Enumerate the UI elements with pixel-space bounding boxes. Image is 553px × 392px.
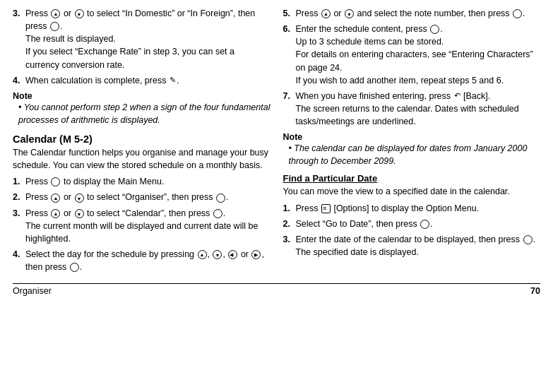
right-column: 5. Press or and select the note number, … — [283, 7, 541, 276]
down-arrow-icon-4 — [213, 250, 222, 259]
note-title-top: Note — [13, 91, 270, 101]
left-arrow-icon-4 — [228, 250, 237, 259]
up-arrow-icon — [51, 9, 60, 18]
calendar-intro: The Calendar function helps you organise… — [13, 146, 270, 172]
up-arrow-icon-r5 — [321, 9, 331, 18]
circle-icon-f2 — [420, 220, 429, 229]
calendar-steps-list: 1. Press to display the Main Menu. 2. Pr… — [13, 175, 270, 273]
circle-icon-r5 — [513, 9, 522, 18]
r-step-5: 5. Press or and select the note number, … — [283, 7, 541, 20]
circle-icon-3 — [213, 209, 222, 218]
options-icon-f1 — [321, 204, 331, 213]
down-arrow-icon-r5 — [345, 9, 354, 18]
right-arrow-icon-4 — [251, 250, 261, 259]
cal-step-2-body: Press or to select “Organiser”, then pre… — [25, 191, 270, 203]
step-3-body: Press or to select “In Domestic” or “In … — [25, 7, 270, 71]
down-arrow-icon-2 — [75, 194, 84, 203]
find-step-1-body: Press [Options] to display the Option Me… — [296, 202, 541, 215]
footer: Organiser 70 — [13, 283, 540, 296]
calendar-title: Calendar (M 5-2) — [13, 133, 270, 145]
find-title: Find a Particular Date — [283, 173, 541, 184]
circle-icon-2 — [216, 194, 225, 203]
find-step-1: 1. Press [Options] to display the Option… — [283, 202, 541, 215]
cal-step-3-num: 3. — [13, 207, 23, 245]
r-step-5-num: 5. — [283, 7, 293, 20]
up-arrow-icon-4 — [198, 250, 207, 259]
r-step-6-body: Enter the schedule content, press . Up t… — [296, 23, 541, 87]
footer-left-label: Organiser — [13, 286, 52, 296]
cal-step-1-num: 1. — [13, 175, 23, 188]
step-4-num: 4. — [13, 74, 23, 87]
cal-step-4-body: Select the day for the schedule by press… — [25, 248, 270, 273]
cal-step-2: 2. Press or to select “Organiser”, then … — [13, 191, 270, 203]
circle-icon-r6 — [430, 25, 439, 34]
cal-step-3-body: Press or to select “Calendar”, then pres… — [25, 207, 270, 245]
down-arrow-icon — [75, 9, 84, 18]
note-block-right: Note The calendar can be displayed for d… — [283, 132, 541, 167]
note-item-right: The calendar can be displayed for dates … — [289, 142, 541, 167]
r-step-5-body: Press or and select the note number, the… — [296, 7, 541, 20]
step-4-body: When calculation is complete, press ✎. — [25, 74, 270, 87]
right-steps-list: 5. Press or and select the note number, … — [283, 7, 541, 128]
note-item-top: You cannot perform step 2 when a sign of… — [18, 101, 270, 126]
find-steps-list: 1. Press [Options] to display the Option… — [283, 202, 541, 259]
circle-icon-f3 — [523, 235, 533, 244]
up-arrow-icon-2 — [51, 194, 60, 203]
find-step-2-num: 2. — [283, 218, 293, 230]
down-arrow-icon-3 — [75, 209, 84, 218]
find-step-3-num: 3. — [283, 233, 293, 259]
find-step-3-body: Enter the date of the calendar to be dis… — [296, 233, 541, 259]
r-step-6: 6. Enter the schedule content, press . U… — [283, 23, 541, 87]
r-step-6-num: 6. — [283, 23, 293, 87]
find-step-1-num: 1. — [283, 202, 293, 215]
find-step-2-body: Select “Go to Date”, then press . — [296, 218, 541, 230]
step-3: 3. Press or to select “In Domestic” or “… — [13, 7, 270, 71]
note-item-right-text: The calendar can be displayed for dates … — [289, 143, 528, 166]
r-step-7-body: When you have finished entering, press ↶… — [296, 90, 541, 128]
note-block-top: Note You cannot perform step 2 when a si… — [13, 91, 270, 126]
find-intro: You can move the view to a specified dat… — [283, 185, 541, 198]
cal-step-3: 3. Press or to select “Calendar”, then p… — [13, 207, 270, 245]
r-step-7: 7. When you have finished entering, pres… — [283, 90, 541, 128]
step-3-num: 3. — [13, 7, 23, 71]
pen-icon: ✎ — [170, 75, 176, 86]
find-step-3: 3. Enter the date of the calendar to be … — [283, 233, 541, 259]
cal-step-1-body: Press to display the Main Menu. — [25, 175, 270, 188]
note-title-right: Note — [283, 132, 541, 142]
footer-page-number: 70 — [530, 286, 540, 296]
up-arrow-icon-3 — [51, 209, 60, 218]
cal-step-4: 4. Select the day for the schedule by pr… — [13, 248, 270, 273]
left-column: 3. Press or to select “In Domestic” or “… — [13, 7, 270, 276]
circle-icon-1 — [51, 177, 60, 186]
circle-icon-4 — [70, 263, 79, 272]
find-step-2: 2. Select “Go to Date”, then press . — [283, 218, 541, 230]
step-4: 4. When calculation is complete, press ✎… — [13, 74, 270, 87]
back-icon-r7: ↶ — [454, 90, 460, 102]
cal-step-4-num: 4. — [13, 248, 23, 273]
r-step-7-num: 7. — [283, 90, 293, 128]
circle-icon — [50, 22, 59, 31]
cal-step-1: 1. Press to display the Main Menu. — [13, 175, 270, 188]
cal-step-2-num: 2. — [13, 191, 23, 203]
steps-list-top: 3. Press or to select “In Domestic” or “… — [13, 7, 270, 87]
